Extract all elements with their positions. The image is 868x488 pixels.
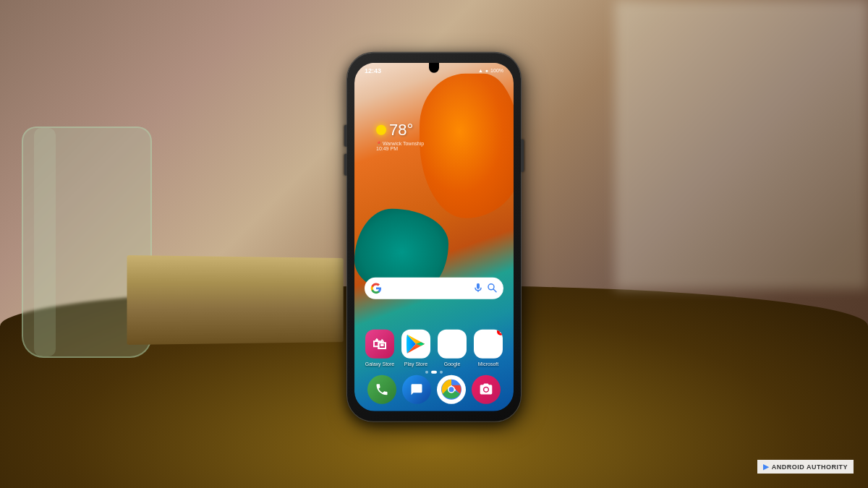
google-search-bar[interactable]: [365, 277, 503, 299]
page-dot-1: [425, 370, 428, 373]
bottom-dock: [365, 374, 503, 403]
svg-point-7: [449, 387, 454, 392]
play-store-icon: [401, 330, 430, 359]
camera-notch: [429, 62, 439, 72]
microsoft-badge: 1: [497, 330, 503, 335]
weather-temperature: 78°: [389, 120, 413, 139]
wifi-icon: ●: [485, 68, 488, 73]
microsoft-icon: 1: [474, 330, 503, 359]
page-dots: [425, 370, 443, 373]
orange-wallpaper-blob: [420, 73, 514, 218]
google-label: Google: [444, 361, 461, 367]
phone: 12:43 ▲ ● 100% 78° 📍 Warwick Township 10…: [347, 52, 521, 421]
google-icon: [438, 330, 467, 359]
watermark-icon: ▶: [763, 463, 769, 471]
galaxy-store-icon: 🛍: [365, 330, 394, 359]
status-icons: ▲ ● 100%: [478, 68, 503, 73]
signal-icon: ▲: [478, 68, 483, 73]
volume-up-button: [344, 124, 347, 146]
weather-widget: 78° 📍 Warwick Township 10:49 PM: [376, 120, 424, 150]
status-time: 12:43: [365, 67, 381, 74]
app-play-store[interactable]: Play Store: [399, 330, 433, 367]
battery-icon: 100%: [490, 68, 503, 73]
page-dot-active: [431, 370, 437, 373]
weather-location: 📍 Warwick Township: [376, 140, 424, 145]
microsoft-label: Microsoft: [478, 361, 498, 367]
dock-chrome-app[interactable]: [437, 374, 466, 403]
play-store-label: Play Store: [404, 361, 427, 367]
phone-body: 12:43 ▲ ● 100% 78° 📍 Warwick Township 10…: [347, 52, 521, 421]
app-grid: 🛍 Galaxy Store: [362, 330, 506, 367]
books-stack: [127, 255, 344, 345]
dock-camera-app[interactable]: [472, 374, 501, 403]
watermark: ▶ ANDROID AUTHORITY: [757, 460, 854, 474]
app-galaxy-store[interactable]: 🛍 Galaxy Store: [362, 330, 397, 367]
galaxy-store-label: Galaxy Store: [365, 361, 394, 367]
weather-sun-icon: [376, 124, 386, 134]
weather-time: 10:49 PM: [376, 145, 424, 150]
app-microsoft[interactable]: 1 Microsoft: [471, 330, 506, 367]
background-blur-right: [615, 0, 868, 289]
app-google[interactable]: Google: [435, 330, 469, 367]
phone-screen: 12:43 ▲ ● 100% 78° 📍 Warwick Township 10…: [354, 62, 514, 411]
google-g-icon: [370, 282, 382, 294]
search-lens-icon[interactable]: [488, 283, 498, 293]
power-button: [521, 139, 524, 171]
volume-down-button: [344, 153, 347, 175]
svg-line-3: [493, 288, 496, 291]
svg-rect-0: [477, 283, 480, 288]
dock-messages-app[interactable]: [402, 374, 431, 403]
page-dot-3: [440, 370, 443, 373]
svg-point-8: [484, 388, 488, 391]
search-mic-icon[interactable]: [473, 283, 483, 293]
dock-phone-app[interactable]: [367, 374, 396, 403]
watermark-text: ANDROID AUTHORITY: [772, 463, 848, 471]
